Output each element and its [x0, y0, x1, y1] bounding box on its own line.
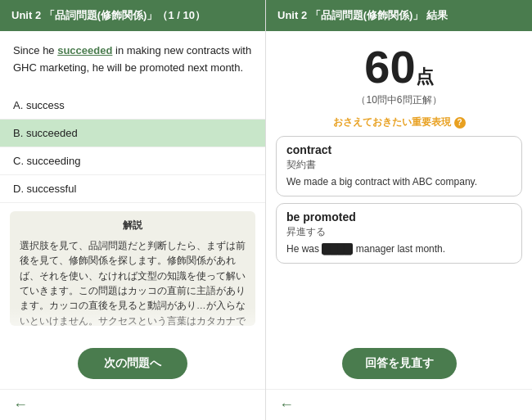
right-panel: Unit 2 「品詞問題(修飾関係)」 結果 60点 （10問中6問正解） おさ… — [266, 0, 532, 420]
vocab-meaning-1: 契約書 — [286, 158, 512, 172]
right-header-text: Unit 2 「品詞問題(修飾関係)」 結果 — [277, 9, 448, 21]
vocab-card-contract: contract 契約書 We made a big contract with… — [276, 136, 522, 196]
vocab-card-promoted: be promoted 昇進する He was ████ manager las… — [276, 203, 522, 264]
important-label-text: おさえておきたい重要表現 — [333, 115, 451, 129]
score-sub: （10問中6問正解） — [266, 93, 532, 107]
vocab-word-1: contract — [286, 143, 512, 156]
option-c[interactable]: C. succeeding — [0, 147, 265, 175]
score-area: 60点 （10問中6問正解） — [266, 31, 532, 111]
explanation-box: 解説 選択肢を見て、品詞問題だと判断したら、まずは前後を見て、修飾関係を探します… — [10, 211, 255, 326]
score-unit: 点 — [416, 66, 434, 87]
options-list: A. success B. succeeded C. succeeding D.… — [0, 85, 265, 203]
explanation-title: 解説 — [20, 218, 246, 233]
help-icon[interactable]: ? — [454, 117, 466, 129]
vocab-word-2: be promoted — [286, 210, 512, 224]
review-button[interactable]: 回答を見直す — [342, 348, 457, 379]
vocab-cards: contract 契約書 We made a big contract with… — [266, 131, 532, 269]
left-footer: ← — [0, 389, 265, 420]
left-panel: Unit 2 「品詞問題(修飾関係)」（1 / 10） Since he suc… — [0, 0, 266, 420]
option-a[interactable]: A. success — [0, 92, 265, 120]
vocab-example-1: We made a big contract with ABC company. — [286, 175, 512, 189]
next-button[interactable]: 次の問題へ — [78, 348, 187, 379]
left-header: Unit 2 「品詞問題(修飾関係)」（1 / 10） — [0, 0, 265, 31]
right-footer: ← — [266, 389, 532, 420]
question-text-pre: Since he — [13, 44, 57, 56]
vocab-example-2: He was ████ manager last month. — [286, 242, 512, 256]
left-back-arrow[interactable]: ← — [13, 396, 28, 413]
explanation-body: 選択肢を見て、品詞問題だと判断したら、まずは前後を見て、修飾関係を探します。修飾… — [20, 238, 246, 326]
important-label: おさえておきたい重要表現 ? — [266, 111, 532, 131]
vocab-blank: ████ — [322, 243, 353, 255]
score-number: 60 — [364, 41, 415, 93]
highlight-word: succeeded — [57, 44, 112, 56]
option-d[interactable]: D. successful — [0, 175, 265, 203]
option-b[interactable]: B. succeeded — [0, 120, 265, 147]
question-area: Since he succeeded in making new contrac… — [0, 31, 265, 85]
vocab-meaning-2: 昇進する — [286, 225, 512, 239]
left-header-text: Unit 2 「品詞問題(修飾関係)」（1 / 10） — [11, 9, 205, 21]
right-back-arrow[interactable]: ← — [279, 396, 294, 413]
right-header: Unit 2 「品詞問題(修飾関係)」 結果 — [266, 0, 532, 31]
